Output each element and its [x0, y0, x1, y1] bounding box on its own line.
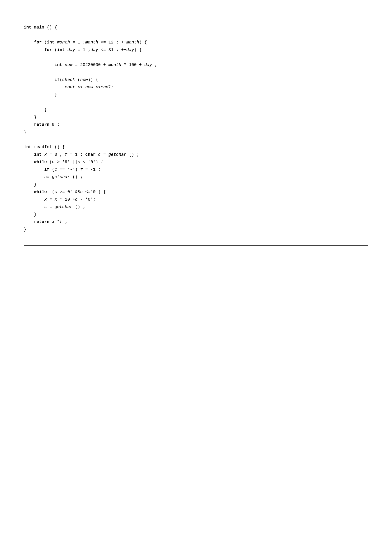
var-month4: month	[108, 62, 121, 67]
code-line: }	[24, 211, 368, 219]
var-day3: day	[126, 47, 134, 52]
code-line: if(check (now)) {	[24, 76, 368, 84]
keyword-int5: int	[34, 152, 42, 157]
code-line: }	[24, 114, 368, 121]
var-c9: c	[44, 204, 47, 209]
code-line: for (int day = 1 ;day <= 31 ; ++day) {	[24, 46, 368, 54]
var-c2: c	[52, 160, 55, 164]
var-now3: now	[85, 85, 93, 89]
keyword-int2: int	[57, 47, 65, 52]
var-month3: month	[126, 40, 139, 45]
var-month: month	[57, 40, 70, 45]
keyword-while2: while	[34, 190, 47, 194]
section-divider	[24, 245, 368, 246]
var-c6: c	[55, 190, 57, 194]
code-line: }	[24, 181, 368, 189]
var-day4: day	[144, 62, 152, 67]
keyword-if: if	[55, 77, 60, 82]
var-now: now	[65, 62, 73, 67]
var-month2: month	[85, 40, 98, 45]
keyword-return: return	[34, 122, 49, 127]
var-c: c	[98, 152, 101, 157]
code-line: }	[24, 129, 368, 136]
var-c7: c	[80, 190, 83, 194]
code-line	[24, 136, 368, 144]
code-line: while (c >='0' &&c <='9') {	[24, 188, 368, 196]
keyword-for2: for	[44, 47, 52, 52]
code-line: }	[24, 106, 368, 114]
var-day: day	[67, 47, 75, 52]
var-f2: f	[80, 167, 83, 172]
code-line: c = getchar () ;	[24, 203, 368, 211]
var-x: x	[44, 152, 47, 157]
code-line: int readInt () {	[24, 143, 368, 151]
var-c5: c	[44, 175, 47, 179]
var-x2: x	[44, 197, 47, 202]
code-line: return x *f ;	[24, 218, 368, 226]
code-line: x = x * 10 +c - '0';	[24, 196, 368, 204]
var-endl: endl	[101, 85, 111, 89]
code-line	[24, 69, 368, 76]
code-line: cout << now <<endl;	[24, 84, 368, 91]
keyword-int: int	[47, 40, 54, 45]
var-c3: c	[78, 160, 80, 164]
code-line	[24, 31, 368, 39]
code-line: return 0 ;	[24, 121, 368, 129]
code-line	[24, 99, 368, 106]
func-getchar3: getchar	[55, 204, 73, 209]
keyword-if2: if	[44, 167, 49, 172]
func-getchar2: getchar	[52, 175, 70, 179]
code-line: int now = 20220000 + month * 100 + day ;	[24, 61, 368, 69]
code-line: if (c == '-') f = -1 ;	[24, 166, 368, 174]
var-x3: x	[55, 197, 57, 202]
code-line: int x = 0 , f = 1 ; char c = getchar () …	[24, 151, 368, 159]
keyword-while: while	[34, 160, 47, 164]
var-c4: c	[55, 167, 57, 172]
code-line: for (int month = 1 ;month <= 12 ; ++mont…	[24, 39, 368, 46]
code-line: }	[24, 226, 368, 234]
code-line: while (c > '9' ||c < '0') {	[24, 158, 368, 166]
keyword-int3: int	[55, 62, 62, 67]
func-check: check	[62, 77, 75, 82]
code-line: c= getchar () ;	[24, 173, 368, 181]
var-cout: cout	[65, 85, 75, 89]
var-x4: x	[52, 219, 55, 224]
var-f: f	[65, 152, 67, 157]
func-getchar: getchar	[109, 152, 127, 157]
var-now2: now	[80, 77, 88, 82]
keyword-int4: int	[24, 145, 31, 149]
var-f3: f	[60, 219, 62, 224]
keyword-char: char	[85, 152, 95, 157]
var-day2: day	[90, 47, 98, 52]
code-line: int main () {	[24, 24, 368, 31]
code-block: int main () { for (int month = 1 ;month …	[24, 14, 368, 238]
keyword-return2: return	[34, 219, 49, 224]
keyword-for: for	[34, 40, 42, 45]
keyword-int: int	[24, 25, 31, 30]
var-c8: c	[75, 197, 78, 202]
code-line	[24, 54, 368, 61]
code-line: }	[24, 91, 368, 99]
